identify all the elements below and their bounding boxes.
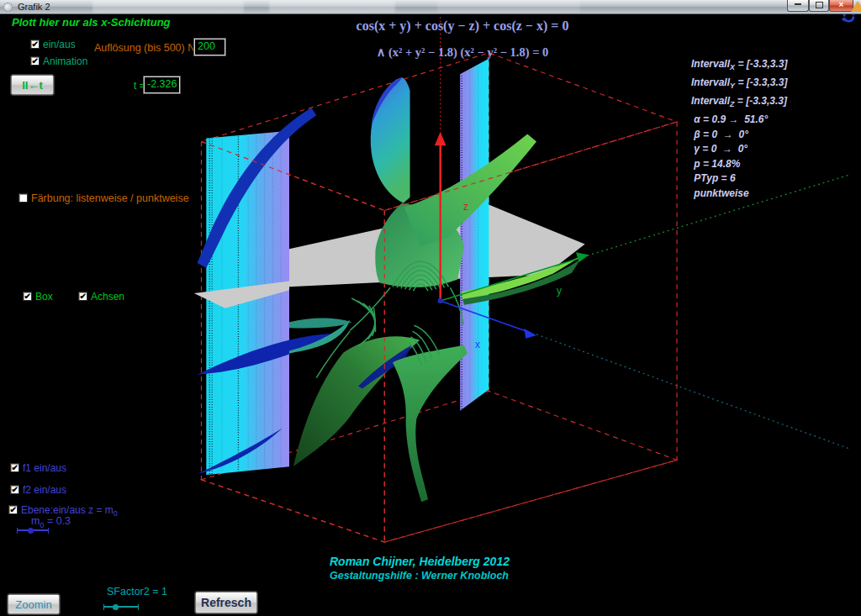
info-panel: IntervallX = [-3.3,3.3] IntervallY = [-3… (691, 57, 787, 202)
refresh-button[interactable]: Refresch (195, 592, 257, 613)
f1-checkbox[interactable]: ✔ (10, 463, 19, 472)
f2-checkbox[interactable]: ✔ (10, 485, 19, 494)
info-line-alpha: α = 0.9 → 51.6° (691, 113, 787, 128)
resolution-input[interactable]: 200 (194, 39, 225, 55)
achsen-checkbox[interactable]: ✔ (78, 292, 87, 301)
box-checkbox[interactable]: ✔ (23, 292, 32, 301)
sfactor-slider-track[interactable] (103, 606, 139, 608)
window-title: Grafik 2 (18, 2, 50, 12)
faerbung-checkbox[interactable] (18, 193, 28, 203)
surface-green (289, 134, 583, 503)
page-title: Plott hier nur als x-Schichtung (12, 16, 171, 29)
close-button[interactable]: × (829, 0, 853, 12)
window-icon (3, 3, 13, 12)
info-line-p: p = 14.8% (691, 157, 787, 172)
info-line-intervall-z: IntervallZ = [-3.3,3.3] (691, 94, 787, 113)
formula-line-2: ∧ (x² + y² − 1.8) (x² − y² − 1.8) = 0 (286, 45, 639, 60)
sfactor-slider-label: SFactor2 = 1 (107, 587, 167, 597)
y-axis-label: y (557, 285, 562, 297)
m0-slider-handle[interactable] (28, 528, 34, 534)
ebene-checkbox[interactable]: ✔ (8, 505, 18, 514)
animation-label: Animation (43, 56, 87, 66)
credits-design: Gestaltungshilfe : Werner Knobloch (330, 570, 509, 582)
info-line-beta: β = 0 → 0° (691, 128, 787, 143)
background-window-ghost (269, 1, 395, 13)
z-axis-label: z (463, 201, 468, 213)
f2-label: f2 ein/aus (23, 485, 66, 495)
info-line-intervall-y: IntervallY = [-3.3,3.3] (691, 76, 787, 94)
minimize-button[interactable] (787, 0, 809, 12)
sfactor-slider-tick-left (103, 604, 104, 610)
m0-slider-label: m0 = 0.3 (31, 516, 71, 530)
info-line-gamma: γ = 0 → 0° (691, 142, 787, 157)
m0-slider-tick-left (17, 528, 18, 534)
info-line-punktweise: punktweise (691, 187, 787, 202)
credits-author: Roman Chijner, Heidelberg 2012 (330, 555, 510, 568)
sfactor-slider-tick-right (138, 604, 139, 610)
zoomin-button[interactable]: Zoomin (8, 594, 60, 614)
warning-icon (851, 1, 861, 12)
animation-checkbox[interactable]: ✔ (30, 56, 40, 66)
x-slice-plane-right (460, 59, 489, 411)
einaus-checkbox[interactable]: ✔ (30, 39, 40, 49)
maximize-button[interactable] (809, 0, 829, 12)
origin-point[interactable] (438, 298, 443, 303)
maximize-icon (816, 2, 823, 8)
t-value-input[interactable]: -2.326 (144, 76, 180, 93)
formula-line-1: cos(x + y) + cos(y − z) + cos(z − x) = 0 (286, 18, 639, 34)
x-axis-label: x (475, 339, 480, 350)
pause-time-button[interactable]: II←t (11, 75, 54, 95)
surface-leaf (371, 77, 410, 203)
background-window-ghost (92, 1, 244, 13)
einaus-label: ein/aus (43, 39, 76, 50)
box-label: Box (35, 292, 53, 302)
window-titlebar[interactable]: Grafik 2 × (0, 0, 861, 14)
achsen-label: Achsen (91, 292, 124, 302)
sfactor-slider-handle[interactable] (113, 604, 119, 610)
info-line-intervall-x: IntervallX = [-3.3,3.3] (691, 57, 787, 76)
minimize-icon (795, 3, 801, 5)
f1-label: f1 ein/aus (23, 463, 66, 473)
info-line-ptyp: PTyp = 6 (691, 171, 787, 187)
background-window-ghost (437, 1, 580, 13)
m0-slider-tick-right (48, 528, 49, 534)
faerbung-label: Färbung: listenweise / punktweise (31, 193, 189, 203)
m0-slider-track[interactable] (17, 529, 49, 531)
